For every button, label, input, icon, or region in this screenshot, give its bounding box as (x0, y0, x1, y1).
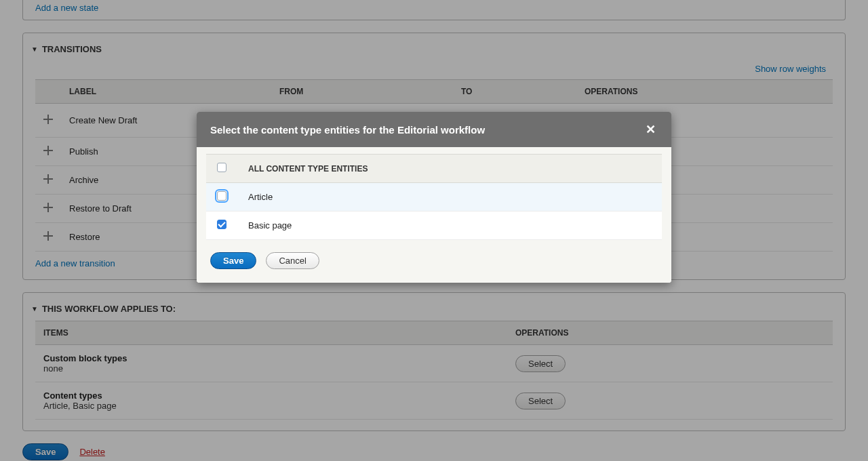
modal-row[interactable]: Basic page (206, 212, 662, 240)
content-type-modal: Select the content type entities for the… (197, 112, 671, 283)
modal-cancel-button[interactable]: Cancel (266, 252, 319, 269)
modal-header: Select the content type entities for the… (197, 112, 671, 147)
modal-row-label: Article (237, 183, 662, 212)
modal-footer: Save Cancel (197, 240, 671, 283)
modal-table: All Content type entities Article Basic … (206, 154, 662, 240)
close-icon[interactable]: ✕ (643, 122, 658, 137)
row-checkbox[interactable] (217, 220, 226, 229)
modal-save-button[interactable]: Save (210, 252, 256, 269)
modal-body: All Content type entities Article Basic … (206, 154, 662, 240)
modal-row-label: Basic page (237, 212, 662, 240)
modal-title: Select the content type entities for the… (210, 124, 485, 136)
select-all-checkbox[interactable] (217, 163, 226, 172)
modal-row[interactable]: Article (206, 183, 662, 212)
row-checkbox[interactable] (217, 191, 226, 201)
modal-col-header: All Content type entities (237, 155, 662, 183)
